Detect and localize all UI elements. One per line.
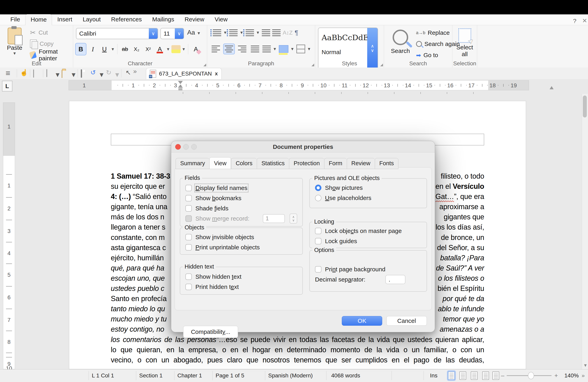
dialog-tab-colors[interactable]: Colors <box>231 158 257 169</box>
use-placeholders-radio-button[interactable] <box>315 195 321 201</box>
menu-item-mailings[interactable]: Mailings <box>147 14 179 25</box>
align-center-icon[interactable] <box>225 46 233 52</box>
undo-icon[interactable]: ↺ <box>90 69 96 76</box>
ok-button[interactable]: OK <box>342 316 382 326</box>
shade-fields-checkbox[interactable]: Shade fields <box>180 203 302 213</box>
show-invisible-objects-checkbox[interactable]: Show invisible objects <box>180 232 302 242</box>
align-left-icon[interactable] <box>211 46 220 52</box>
use-placeholders-radio[interactable]: Use placeholders <box>310 193 427 203</box>
menu-item-insert[interactable]: Insert <box>52 14 77 25</box>
dialog-tab-fonts[interactable]: Fonts <box>375 158 399 169</box>
zoom-slider-thumb[interactable] <box>528 372 534 379</box>
new-document-icon[interactable] <box>46 70 47 77</box>
numbered-list-icon[interactable] <box>229 29 238 36</box>
right-indent-marker[interactable] <box>550 86 554 89</box>
dialog-tab-summary[interactable]: Summary <box>176 158 210 169</box>
zoom-level[interactable]: 140% <box>564 372 579 379</box>
align-right-icon[interactable] <box>238 46 246 52</box>
page-indicator[interactable]: Page 1 of 5 <box>216 372 244 379</box>
change-case-button[interactable]: Aa ▼ <box>187 29 201 36</box>
print-unprintable-objects-box[interactable] <box>185 244 192 250</box>
shade-fields-box[interactable] <box>185 205 192 211</box>
outline-list-dropdown-icon[interactable]: ▼ <box>256 30 260 35</box>
full-page-view-icon[interactable] <box>471 371 478 380</box>
bullet-list-icon[interactable] <box>213 29 221 36</box>
justify-icon[interactable] <box>251 46 259 52</box>
print-page-background-checkbox[interactable]: Print page background <box>310 264 427 274</box>
horizontal-ruler[interactable]: 112345678910111213141516171819 <box>69 80 529 90</box>
display-field-names-checkbox[interactable]: Display field names <box>180 183 302 193</box>
borders-icon[interactable] <box>296 45 305 53</box>
font-name-combobox[interactable]: Calibri ∨ <box>76 28 158 39</box>
hamburger-menu-icon[interactable]: ≡ <box>6 69 10 78</box>
show-hidden-text-box[interactable] <box>185 273 192 280</box>
clear-formatting-button[interactable]: A <box>190 43 201 55</box>
outline-view-icon[interactable] <box>482 371 489 380</box>
font-color-button[interactable]: A <box>155 43 165 55</box>
insert-mode-indicator[interactable]: Ins <box>430 372 437 379</box>
strikethrough-button[interactable]: ab <box>120 43 130 55</box>
help-icon[interactable]: ? <box>573 18 576 24</box>
undo-dropdown-icon[interactable]: ▼ <box>98 71 105 78</box>
menu-item-home[interactable]: Home <box>25 14 52 25</box>
dialog-tab-review[interactable]: Review <box>347 158 375 169</box>
decrease-indent-icon[interactable] <box>272 29 281 36</box>
touch-mode-icon[interactable]: ☝ <box>20 69 28 76</box>
search-button[interactable]: Search <box>388 28 412 54</box>
underline-button[interactable]: U <box>99 43 110 55</box>
paragraph-background-icon[interactable] <box>279 45 288 53</box>
dialog-tab-statistics[interactable]: Statistics <box>257 158 289 169</box>
font-color-dropdown-icon[interactable]: ▼ <box>166 47 170 52</box>
lock-objects-on-master-page-box[interactable] <box>315 228 321 234</box>
document-tab-close-icon[interactable]: x <box>215 71 218 77</box>
select-all-button[interactable]: Select all <box>452 44 477 57</box>
underline-dropdown-icon[interactable]: ▼ <box>111 47 115 52</box>
font-name-dropdown-icon[interactable]: ∨ <box>149 28 158 39</box>
superscript-button[interactable]: X² <box>143 43 153 55</box>
contrast-icon[interactable] <box>33 70 34 77</box>
new-document-dropdown-icon[interactable]: ▼ <box>54 71 61 78</box>
vertical-ruler[interactable]: 112345678910 <box>3 102 15 369</box>
close-icon[interactable]: ✕ <box>582 17 587 24</box>
show-invisible-objects-box[interactable] <box>185 234 192 240</box>
paste-dropdown-icon[interactable]: ▼ <box>4 51 26 56</box>
menu-item-review[interactable]: Review <box>179 14 210 25</box>
open-folder-icon[interactable] <box>62 70 63 78</box>
dialog-tab-form[interactable]: Form <box>324 158 347 169</box>
copy-button[interactable]: Copy <box>30 39 73 48</box>
dialog-tab-view[interactable]: View <box>210 157 231 169</box>
tab-stop-selector[interactable]: L <box>2 81 12 92</box>
select-all-icon[interactable] <box>458 28 471 43</box>
paragraph-dialog-launcher-icon[interactable] <box>311 63 314 66</box>
highlight-color-button[interactable] <box>171 45 181 53</box>
show-bookmarks-checkbox[interactable]: Show bookmarks <box>180 193 302 203</box>
dialog-titlebar[interactable]: Document properties <box>171 141 435 153</box>
paragraph-background-dropdown-icon[interactable]: ▼ <box>290 47 294 51</box>
decimal-separator-field[interactable]: . <box>385 275 405 284</box>
vertical-scrollbar[interactable]: ▼ <box>582 94 588 369</box>
language-indicator[interactable]: Spanish (Modern) <box>268 372 313 379</box>
show-hidden-text-checkbox[interactable]: Show hidden text <box>180 271 302 282</box>
print-hidden-text-checkbox[interactable]: Print hidden text <box>180 282 302 292</box>
menu-item-references[interactable]: References <box>106 14 147 25</box>
show-merge-record-checkbox[interactable]: Show merge record:1∧∨ <box>180 213 302 224</box>
menu-item-file[interactable]: File <box>5 14 25 25</box>
increase-indent-icon[interactable] <box>262 29 270 36</box>
status-more-icon[interactable]: » <box>582 372 585 379</box>
pointer-icon[interactable]: ↖ <box>126 69 131 76</box>
font-size-dropdown-icon[interactable]: ∨ <box>175 28 184 39</box>
line-spacing-icon[interactable] <box>262 46 271 52</box>
document-tab[interactable]: 673_LA_ESPONTANE... x <box>146 68 222 79</box>
cancel-button[interactable]: Cancel <box>386 316 427 326</box>
subscript-button[interactable]: X₂ <box>131 43 142 55</box>
lock-guides-checkbox[interactable]: Lock guides <box>310 236 427 246</box>
open-dropdown-icon[interactable]: ▼ <box>70 71 77 78</box>
show-pictures-radio-button[interactable] <box>315 185 321 191</box>
show-pictures-radio[interactable]: Show pictures <box>310 183 427 193</box>
lock-objects-on-master-page-checkbox[interactable]: Lock objects on master page <box>310 226 427 236</box>
menu-item-view[interactable]: View <box>210 14 232 25</box>
formatting-marks-icon[interactable]: ¶ <box>294 29 298 37</box>
highlight-dropdown-icon[interactable]: ▼ <box>182 47 186 52</box>
book-view-icon[interactable] <box>492 371 499 380</box>
scrollbar-thumb[interactable] <box>583 96 587 117</box>
